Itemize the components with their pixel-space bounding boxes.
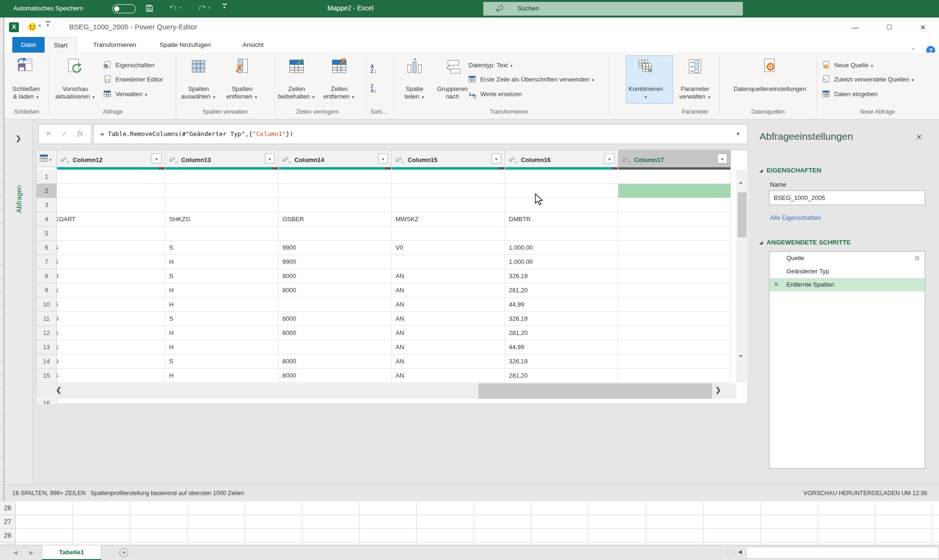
table-cell[interactable]: S [165,241,279,255]
table-cell[interactable]: 326,19 [505,354,618,369]
pq-qat-customize-icon[interactable]: ▼ [46,23,50,27]
table-cell[interactable] [165,226,279,241]
table-cell[interactable]: D [57,354,165,369]
vertical-scrollbar-thumb[interactable] [738,192,747,237]
table-cell[interactable]: H [165,369,279,383]
filter-button[interactable]: ▼ [152,154,162,163]
tab-datei[interactable]: Datei [12,37,45,53]
close-button[interactable]: ✕ [916,18,930,37]
sheet-nav-right-icon[interactable]: ▶ [29,550,33,556]
remove-columns-button[interactable]: ✗ Spalten entfernen ▼ [220,57,264,105]
table-cell[interactable]: MWSKZ [392,212,505,226]
table-cell[interactable]: S [165,354,279,369]
table-cell[interactable]: 1.000,00 [505,255,618,269]
table-cell[interactable] [618,369,731,383]
table-cell[interactable]: AN [392,298,505,312]
table-cell[interactable]: H [165,283,279,298]
table-cell[interactable]: 281,20 [505,326,618,340]
table-cell[interactable] [392,170,505,184]
filter-button[interactable]: ▼ [491,154,501,163]
table-cell[interactable]: 44,99 [505,340,618,354]
table-cell[interactable]: 281,20 [505,369,618,383]
tab-spalte-hinzufuegen[interactable]: Spalte hinzufügen [149,37,221,53]
panel-close-icon[interactable]: ✕ [916,133,922,142]
sheet-nav-left-icon[interactable]: ◀ [13,550,17,556]
minimize-button[interactable]: — [848,18,862,37]
table-cell[interactable] [618,298,731,312]
table-cell[interactable]: H [165,326,279,340]
column-header-column17[interactable]: ABCColumn17▼ [618,150,731,167]
table-cell[interactable] [618,340,731,354]
row-number-1[interactable]: 1 [36,170,57,184]
filter-button[interactable]: ▼ [717,154,727,163]
table-cell[interactable]: H [165,298,279,312]
scroll-down-icon[interactable]: ⌄ [738,351,743,358]
table-cell[interactable] [618,312,731,326]
table-cell[interactable] [279,298,392,312]
tab-start[interactable]: Start [45,37,77,53]
applied-step-item[interactable]: Geänderter Typ [769,265,925,278]
table-cell[interactable] [279,170,392,184]
feedback-smiley-icon[interactable] [28,23,36,31]
replace-values-button[interactable]: 1 2 Werte ersetzen [469,88,522,100]
search-box[interactable]: Suchen [483,2,743,16]
row-number-4[interactable]: 4 [36,212,57,226]
table-corner-button[interactable]: ▼ [36,150,57,167]
table-cell[interactable] [618,241,731,255]
table-cell[interactable]: 8000 [279,326,392,340]
table-cell[interactable]: S [57,340,165,354]
filter-button[interactable]: ▼ [378,154,388,163]
table-cell[interactable] [165,184,279,198]
row-header-26[interactable]: 26 [0,501,15,515]
table-cell[interactable] [618,326,731,340]
table-cell[interactable] [618,170,731,184]
keep-rows-button[interactable]: ✓ Zeilen beibehalten ▼ [275,57,318,105]
row-number-5[interactable]: 5 [36,226,57,241]
autosave-toggle[interactable] [112,4,136,13]
table-cell[interactable] [392,198,505,212]
table-cell[interactable] [165,170,279,184]
group-by-button[interactable]: Gruppieren nach [431,57,474,105]
all-properties-link[interactable]: Alle Eigenschaften [770,214,821,221]
table-cell[interactable] [505,198,618,212]
table-cell[interactable] [57,184,165,198]
manage-button[interactable]: Verwalten ▼ [104,88,148,100]
tab-transformieren[interactable]: Transformieren [85,37,144,53]
query-name-input[interactable]: BSEG_1000_2005 [769,190,925,205]
table-cell[interactable] [392,226,505,241]
datatype-button[interactable]: Datentyp: Text ▼ [469,59,513,72]
close-load-button[interactable]: Schließen & laden ▼ [4,57,48,105]
row-number-10[interactable]: 10 [36,298,57,312]
properties-section-header[interactable]: EIGENSCHAFTEN [759,167,822,174]
scroll-right-icon[interactable]: ❯ [715,386,721,394]
table-cell[interactable]: 1.000,00 [505,241,618,255]
row-number-11[interactable]: 11 [36,312,57,326]
row-number-12[interactable]: 12 [36,326,57,340]
split-column-button[interactable]: ▼ Spalte teilen ▼ [393,57,436,105]
table-cell[interactable] [279,184,392,198]
row-number-7[interactable]: 7 [36,255,57,269]
table-cell[interactable]: H [165,340,279,354]
formula-accept-icon[interactable]: ✓ [62,129,68,138]
table-cell[interactable]: AN [392,269,505,283]
row-header-27[interactable]: 27 [0,515,15,529]
table-cell[interactable]: AN [392,326,505,340]
table-cell[interactable] [57,226,165,241]
row-number-14[interactable]: 14 [36,354,57,369]
table-cell[interactable] [618,354,731,369]
table-cell[interactable] [505,170,618,184]
properties-button[interactable]: Eigenschaften [104,59,154,72]
formula-cancel-icon[interactable]: ✕ [45,129,52,138]
column-header-column12[interactable]: ABCColumn12▼ [57,150,165,167]
horizontal-scrollbar-thumb[interactable] [479,383,712,399]
vertical-scrollbar[interactable]: ⌃ ⌄ [736,170,748,382]
formula-bar[interactable]: = Table.RemoveColumns(#"Geänderter Typ",… [93,124,748,144]
table-cell[interactable]: D [57,269,165,283]
sheet-tab-tabelle1[interactable]: Tabelle1 [42,545,101,560]
first-row-headers-button[interactable]: Erste Zeile als Überschriften verwenden … [469,73,595,86]
table-cell[interactable]: KOART [57,212,165,226]
table-cell[interactable]: GSBER [279,212,392,226]
table-cell[interactable] [165,198,279,212]
table-cell[interactable] [505,184,618,198]
table-cell[interactable]: D [57,312,165,326]
